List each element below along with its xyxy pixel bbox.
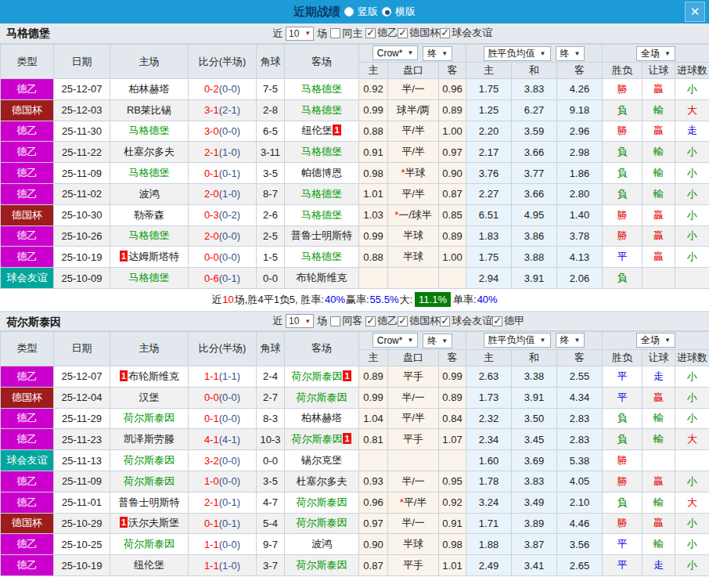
away-team-cell: 荷尔斯泰因1 <box>285 429 359 450</box>
league-checkbox-球会友谊[interactable]: 球会友谊 <box>440 314 492 328</box>
result-cell: 平 <box>603 366 642 387</box>
away-odds-cell: 0.90 <box>439 163 466 184</box>
home-team-cell: 马格德堡 <box>110 163 189 184</box>
match-date: 25-11-22 <box>54 142 110 163</box>
lose-avg-cell: 2.98 <box>557 142 603 163</box>
column-header-corner: 角球 <box>257 45 285 79</box>
away-odds-cell: 1.00 <box>439 247 466 268</box>
fulltime-select[interactable]: 全场▼ <box>636 333 675 348</box>
checkbox-icon <box>440 28 450 38</box>
match-count-select[interactable]: 10▼ <box>286 27 314 41</box>
away-team-name: 普鲁士明斯特 <box>291 229 352 241</box>
chevron-down-icon: ▼ <box>441 50 448 57</box>
vertical-layout-radio[interactable] <box>344 7 354 16</box>
goals-result-cell: 小 <box>675 163 709 184</box>
league-checkbox-德甲[interactable]: 德甲 <box>492 314 524 328</box>
handicap-value: 平/半 <box>404 496 427 508</box>
home-odds-cell: 0.81 <box>359 429 388 450</box>
subheader-handicap: 盘口 <box>388 63 439 79</box>
handicap-cell: 半/一 <box>388 471 439 492</box>
fulltime-select[interactable]: 全场▼ <box>636 46 675 61</box>
home-team-name: 达姆斯塔特 <box>128 251 179 262</box>
fulltime-score: 2-0 <box>204 188 219 200</box>
league-checkbox-德国杯[interactable]: 德国杯 <box>398 26 440 40</box>
avg-select[interactable]: 胜平负均值▼ <box>484 333 551 348</box>
home-odds-cell: 0.96 <box>359 492 388 513</box>
goals-result-cell <box>675 450 709 471</box>
draw-avg-cell: 3.88 <box>512 247 557 268</box>
bookmaker-select[interactable]: Crow*▼ <box>372 333 419 348</box>
home-team-name: 马格德堡 <box>129 272 170 283</box>
away-odds-cell: 0.97 <box>439 142 466 163</box>
final-odds-select[interactable]: 终▼ <box>423 334 452 348</box>
score-cell: 0-0(0-0) <box>189 247 257 268</box>
league-type-cell: 德乙 <box>1 163 54 184</box>
league-type-cell: 德国杯 <box>1 99 54 121</box>
lose-avg-cell: 2.55 <box>557 366 603 387</box>
summary-text: 大: <box>399 293 412 307</box>
title-bar: 近期战绩 竖版 横版 ✕ <box>0 0 709 23</box>
horizontal-layout-radio[interactable] <box>382 7 391 16</box>
away-team-name: 荷尔斯泰因 <box>297 496 347 508</box>
halftime-score: (0-0) <box>219 475 240 487</box>
close-icon[interactable]: ✕ <box>685 2 705 22</box>
result-cell: 負 <box>603 99 642 121</box>
handicap-cell: *一/球半 <box>388 204 439 225</box>
league-type-cell: 德乙 <box>1 408 54 429</box>
match-row: 德国杯25-10-30勒蒂森0-3(0-2)2-6马格德堡1.03*一/球半0.… <box>1 204 709 225</box>
away-team-name: 马格德堡 <box>301 83 342 95</box>
lose-avg-cell: 4.05 <box>557 471 603 492</box>
vertical-layout-label[interactable]: 竖版 <box>358 5 378 19</box>
away-odds-cell: 0.89 <box>439 99 466 121</box>
away-team-cell: 荷尔斯泰因 <box>285 513 359 534</box>
same-venue-checkbox[interactable]: 同客 <box>330 314 362 328</box>
away-team-name: 锡尔克堡 <box>301 454 342 466</box>
score-cell: 3-0(0-0) <box>189 121 257 142</box>
halftime-score: (0-0) <box>219 539 240 550</box>
avg-select[interactable]: 胜平负均值▼ <box>484 46 551 61</box>
win-avg-cell: 2.17 <box>466 142 512 163</box>
final-avg-select[interactable]: 终▼ <box>556 46 585 61</box>
league-checkbox-德乙[interactable]: 德乙 <box>365 314 398 328</box>
home-odds-cell <box>359 450 388 471</box>
handicap-result-cell <box>642 268 675 289</box>
checkbox-icon <box>330 316 340 326</box>
home-odds-cell: 0.90 <box>359 534 388 555</box>
match-date: 25-11-13 <box>54 450 110 471</box>
league-checkbox-球会友谊[interactable]: 球会友谊 <box>440 26 492 40</box>
home-odds-cell: 0.98 <box>359 163 388 184</box>
handicap-result-cell: 贏 <box>642 387 675 408</box>
bookmaker-select[interactable]: Crow*▼ <box>372 45 419 60</box>
away-team-name: 马格德堡 <box>301 146 342 157</box>
final-odds-select[interactable]: 终▼ <box>423 46 452 61</box>
same-venue-checkbox[interactable]: 同主 <box>330 27 362 41</box>
away-odds-cell: 1.00 <box>439 121 466 142</box>
goals-result-cell <box>675 268 709 289</box>
halftime-score: (1-0) <box>219 146 240 158</box>
halftime-score: (2-1) <box>219 104 240 116</box>
corner-cell: 1-5 <box>257 247 285 268</box>
match-row: 德乙25-10-26马格德堡2-0(0-0)2-5普鲁士明斯特0.99半球0.8… <box>1 225 709 247</box>
draw-avg-cell: 3.38 <box>512 366 557 387</box>
home-team-cell: 荷尔斯泰因 <box>110 450 189 471</box>
lose-avg-cell: 4.34 <box>557 387 603 408</box>
home-team-cell: 荷尔斯泰因 <box>110 471 189 492</box>
handicap-result-cell: 輸 <box>642 534 675 555</box>
match-row: 球会友谊25-11-13荷尔斯泰因3-2(0-0)0-0锡尔克堡1.603.69… <box>1 450 709 471</box>
handicap-result-cell: 贏 <box>642 513 675 534</box>
final-avg-select[interactable]: 终▼ <box>556 333 585 348</box>
league-checkbox-德国杯[interactable]: 德国杯 <box>398 314 440 328</box>
away-team-cell: 马格德堡 <box>285 142 359 163</box>
away-team-cell: 荷尔斯泰因1 <box>285 366 359 387</box>
handicap-result-cell: 輸 <box>642 408 675 429</box>
fulltime-score: 0-1 <box>204 168 219 179</box>
corner-cell: 2-7 <box>257 387 285 408</box>
horizontal-layout-label[interactable]: 横版 <box>395 5 416 19</box>
filter-bar: 近 10▼ 场 同客 德乙德国杯球会友谊德甲 <box>272 312 524 330</box>
handicap-result-cell: 輸 <box>642 429 675 450</box>
score-cell: 2-1(1-0) <box>189 142 257 163</box>
match-count-select[interactable]: 10▼ <box>286 314 314 328</box>
corner-cell: 3-11 <box>257 142 285 163</box>
draw-avg-cell: 3.83 <box>512 471 557 492</box>
league-checkbox-德乙[interactable]: 德乙 <box>365 26 398 40</box>
